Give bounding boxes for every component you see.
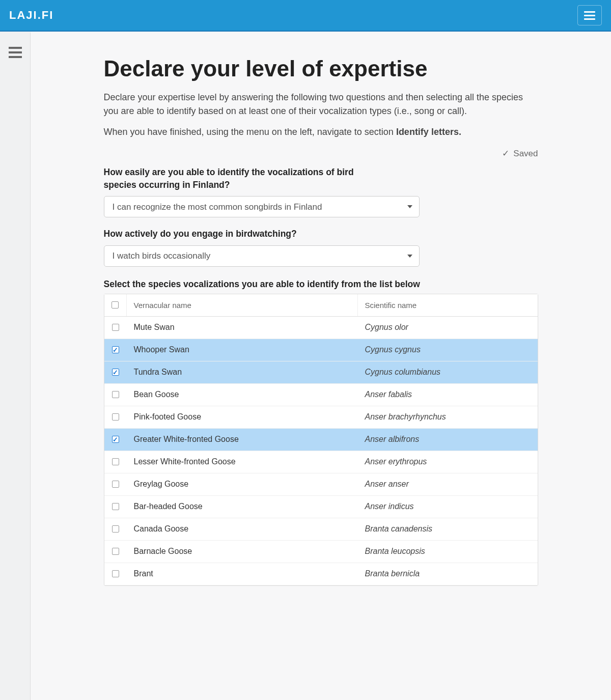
question-2-label: How actively do you engage in birdwatchi… [104,228,379,240]
table-row[interactable]: Bar-headed GooseAnser indicus [104,496,538,518]
vernacular-name: Bar-headed Goose [127,496,358,518]
scientific-name: Cygnus cygnus [358,339,538,361]
table-row[interactable]: Canada GooseBranta canadensis [104,518,538,541]
app-header: LAJI.FI [0,0,611,32]
select-all-checkbox[interactable] [112,301,119,309]
scientific-name: Anser indicus [358,496,538,518]
table-row[interactable]: Lesser White-fronted GooseAnser erythrop… [104,451,538,473]
nav-toggle-button[interactable] [577,5,602,25]
row-checkbox[interactable] [112,548,119,555]
row-checkbox[interactable] [112,525,119,533]
row-checkbox[interactable] [112,413,119,421]
question-1-label: How easily are you able to identify the … [104,166,379,191]
scientific-name: Cygnus columbianus [358,361,538,383]
vernacular-name: Bean Goose [127,384,358,406]
intro-paragraph-2: When you have finished, using the menu o… [104,125,538,139]
row-checkbox[interactable] [112,503,119,510]
vernacular-name: Whooper Swan [127,339,358,361]
table-row[interactable]: Greylag GooseAnser anser [104,473,538,496]
left-rail [0,33,31,700]
table-row[interactable]: Greater White-fronted GooseAnser albifro… [104,429,538,451]
table-row[interactable]: Pink-footed GooseAnser brachyrhynchus [104,406,538,429]
scientific-name: Anser anser [358,473,538,495]
column-header-vernacular[interactable]: Vernacular name [127,294,358,316]
check-icon: ✓ [502,148,509,159]
vernacular-name: Lesser White-fronted Goose [127,451,358,473]
scientific-name: Anser albifrons [358,429,538,451]
table-row[interactable]: BrantBranta bernicla [104,563,538,585]
saved-label: Saved [513,149,538,158]
row-checkbox[interactable] [112,346,119,353]
table-row[interactable]: Tundra SwanCygnus columbianus [104,361,538,384]
page-title: Declare your level of expertise [104,56,538,81]
row-checkbox[interactable] [112,391,119,398]
row-checkbox[interactable] [112,481,119,488]
question-2-select[interactable]: I watch birds occasionally [104,245,420,267]
column-header-scientific[interactable]: Scientific name [358,294,538,316]
row-checkbox[interactable] [112,436,119,443]
row-checkbox[interactable] [112,324,119,331]
table-header-row: Vernacular name Scientific name [104,294,538,317]
vernacular-name: Greylag Goose [127,473,358,495]
vernacular-name: Greater White-fronted Goose [127,429,358,451]
table-row[interactable]: Barnacle GooseBranta leucopsis [104,541,538,563]
intro-paragraph-1: Declare your expertise level by answerin… [104,91,538,118]
intro-text: When you have finished, using the menu o… [104,127,396,137]
scientific-name: Cygnus olor [358,317,538,339]
row-checkbox[interactable] [112,570,119,577]
table-row[interactable]: Whooper SwanCygnus cygnus [104,339,538,361]
vernacular-name: Pink-footed Goose [127,406,358,428]
vernacular-name: Tundra Swan [127,361,358,383]
question-1-select[interactable]: I can recognize the most common songbird… [104,196,420,217]
scientific-name: Anser erythropus [358,451,538,473]
table-row[interactable]: Bean GooseAnser fabalis [104,384,538,406]
intro-bold-link-text: Identify letters. [396,127,461,137]
species-table: Vernacular name Scientific name Mute Swa… [104,294,538,586]
vernacular-name: Canada Goose [127,518,358,540]
scientific-name: Anser fabalis [358,384,538,406]
species-table-label: Select the species vocalizations you are… [104,279,538,290]
vernacular-name: Barnacle Goose [127,541,358,563]
site-logo[interactable]: LAJI.FI [9,9,53,22]
table-row[interactable]: Mute SwanCygnus olor [104,317,538,339]
vernacular-name: Brant [127,563,358,585]
main-content: Declare your level of expertise Declare … [75,56,567,586]
row-checkbox[interactable] [112,458,119,465]
scientific-name: Branta leucopsis [358,541,538,563]
scientific-name: Branta bernicla [358,563,538,585]
sidebar-menu-button[interactable] [9,47,22,58]
row-checkbox[interactable] [112,369,119,376]
table-body[interactable]: Mute SwanCygnus olorWhooper SwanCygnus c… [104,317,538,585]
saved-status: ✓ Saved [104,148,538,159]
scientific-name: Anser brachyrhynchus [358,406,538,428]
scientific-name: Branta canadensis [358,518,538,540]
vernacular-name: Mute Swan [127,317,358,339]
